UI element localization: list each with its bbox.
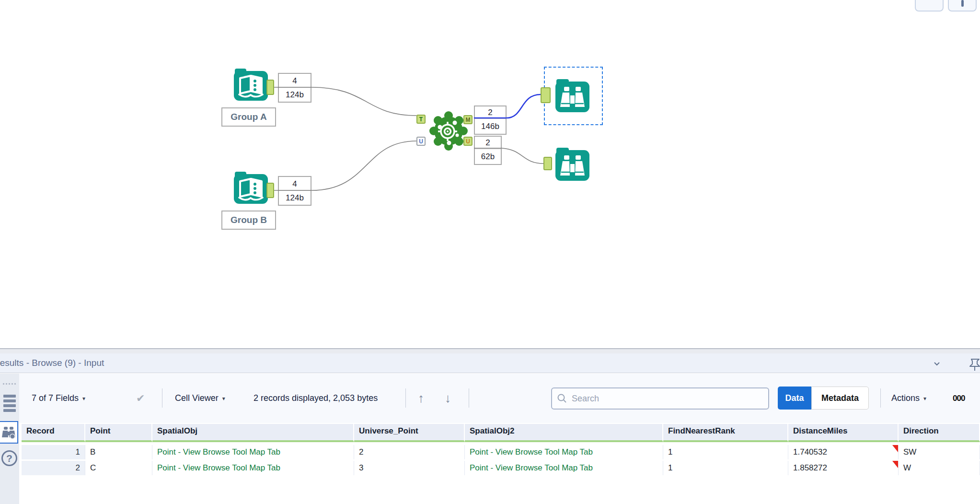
results-panel-header: Results - Browse (9) - Input — [0, 353, 980, 373]
record-badge-u-output[interactable]: 2 62b — [474, 136, 502, 165]
browse-tool-1[interactable] — [554, 77, 591, 115]
annotation-text: Group B — [231, 215, 267, 225]
cell-viewer-label: Cell Viewer — [175, 393, 219, 403]
cell-spatialobj-link[interactable]: Point - View Browse Tool Map Tab — [152, 445, 354, 459]
input-data-icon — [233, 169, 269, 205]
output-anchor-u[interactable]: U — [463, 137, 473, 146]
cell-annotation-flag — [892, 461, 898, 468]
output-anchor-group-a[interactable] — [266, 80, 274, 95]
canvas-toolbar-button-2[interactable] — [948, 0, 977, 12]
cell-annotation-flag — [892, 445, 898, 452]
fields-dropdown[interactable]: 7 of 7 Fields ▾ — [32, 374, 85, 423]
grid-body: 1 B Point - View Browse Tool Map Tab 2 P… — [22, 445, 980, 475]
cell-record: 1 — [22, 445, 85, 459]
cell-viewer-dropdown[interactable]: Cell Viewer ▾ — [175, 374, 225, 423]
cell-universe-point: 2 — [354, 445, 465, 459]
scroll-up-button[interactable]: ↑ — [418, 374, 424, 423]
canvas-toolbar-button-1[interactable] — [915, 0, 944, 12]
toolbar-divider — [162, 388, 162, 408]
collapse-panel-icon[interactable] — [931, 358, 943, 369]
tool-annotation-group-a[interactable]: Group A — [221, 107, 276, 127]
scroll-down-button[interactable]: ↓ — [445, 374, 451, 423]
tab-data-selected[interactable]: Data — [778, 387, 811, 410]
badge-record-count: 2 — [475, 137, 501, 149]
arrow-up-icon: ↑ — [418, 391, 424, 406]
cell-spatialobj2-link[interactable]: Point - View Browse Tool Map Tab — [465, 461, 663, 475]
column-header-distancemiles[interactable]: DistanceMiles — [788, 424, 899, 442]
actions-label: Actions — [891, 393, 920, 403]
record-badge-group-b[interactable]: 4 124b — [278, 176, 311, 206]
tool-annotation-group-b[interactable]: Group B — [221, 211, 276, 230]
column-header-spatialobj2[interactable]: SpatialObj2 — [465, 424, 663, 442]
column-header-universe-point[interactable]: Universe_Point — [354, 424, 465, 442]
panel-splitter[interactable] — [0, 348, 980, 353]
results-panel-body: ? 7 of 7 Fields ▾ ✔ Cell Viewer ▾ — [0, 374, 980, 504]
cell-spatialobj-link[interactable]: Point - View Browse Tool Map Tab — [152, 461, 354, 475]
whitespace-toggle[interactable]: 000 — [953, 374, 965, 423]
data-metadata-toggle: Data Metadata — [778, 387, 869, 410]
toolbar-button-icon — [961, 0, 964, 7]
cell-point: C — [85, 461, 152, 475]
input-anchor-t[interactable]: T — [416, 115, 426, 124]
results-toolbar: 7 of 7 Fields ▾ ✔ Cell Viewer ▾ 2 record… — [19, 374, 980, 423]
workflow-canvas[interactable]: 4 124b Group A 4 124b Group B — [0, 0, 980, 348]
cell-direction: SW — [899, 445, 980, 459]
cell-findnearestrank: 1 — [663, 461, 788, 475]
results-grid-icon[interactable] — [2, 394, 17, 413]
column-header-point[interactable]: Point — [85, 424, 152, 442]
search-input[interactable] — [572, 394, 763, 404]
output-anchor-group-b[interactable] — [266, 183, 274, 198]
input-data-tool-group-a[interactable] — [233, 66, 269, 104]
cell-universe-point: 3 — [354, 461, 465, 475]
badge-size: 62b — [475, 149, 501, 164]
record-badge-m-output[interactable]: 2 146b — [474, 105, 507, 135]
cell-record: 2 — [22, 461, 85, 475]
column-header-direction[interactable]: Direction — [899, 424, 980, 442]
cell-point: B — [85, 445, 152, 459]
badge-size: 124b — [279, 191, 311, 205]
pin-panel-icon[interactable] — [968, 358, 980, 372]
anchor-letter: M — [466, 117, 471, 123]
find-nearest-icon — [429, 111, 468, 151]
output-anchor-m[interactable]: M — [463, 115, 473, 124]
arrow-down-icon: ↓ — [445, 391, 451, 406]
anchor-letter: T — [419, 116, 423, 123]
search-box[interactable] — [551, 387, 769, 410]
binoculars-icon — [1, 426, 16, 439]
find-nearest-tool[interactable] — [429, 111, 468, 152]
question-glyph: ? — [6, 453, 12, 464]
browse-results-tab-selected[interactable] — [0, 421, 18, 444]
table-row[interactable]: 1 B Point - View Browse Tool Map Tab 2 P… — [22, 445, 980, 459]
search-icon — [557, 393, 567, 404]
input-data-tool-group-b[interactable] — [233, 169, 269, 207]
help-icon[interactable]: ? — [1, 450, 17, 466]
annotation-text: Group A — [231, 112, 266, 122]
input-anchor-u[interactable]: U — [416, 137, 426, 146]
results-panel: Results - Browse (9) - Input — [0, 348, 980, 504]
column-header-record[interactable]: Record — [22, 424, 85, 442]
connections-layer — [0, 0, 980, 348]
fields-dropdown-label: 7 of 7 Fields — [32, 393, 79, 403]
browse-tool-2[interactable] — [554, 146, 591, 184]
column-header-findnearestrank[interactable]: FindNearestRank — [663, 424, 788, 442]
cell-direction: W — [899, 461, 980, 475]
browse-icon — [554, 146, 591, 182]
table-row[interactable]: 2 C Point - View Browse Tool Map Tab 3 P… — [22, 461, 980, 475]
column-header-spatialobj[interactable]: SpatialObj — [152, 424, 354, 442]
badge-size: 124b — [279, 88, 311, 102]
actions-dropdown[interactable]: Actions ▾ — [891, 374, 926, 423]
tab-metadata[interactable]: Metadata — [811, 387, 869, 410]
record-badge-group-a[interactable]: 4 124b — [278, 73, 311, 103]
apply-check-icon[interactable]: ✔ — [136, 374, 145, 423]
input-anchor-browse-1[interactable] — [541, 87, 551, 103]
cell-distancemiles: 1.740532 — [788, 445, 899, 459]
input-data-icon — [233, 66, 269, 102]
panel-drag-handle[interactable] — [3, 383, 16, 385]
toolbar-divider — [880, 388, 881, 408]
results-panel-title: Results - Browse (9) - Input — [0, 358, 104, 368]
input-anchor-browse-2[interactable] — [543, 157, 552, 170]
toolbar-divider — [405, 388, 406, 408]
badge-size: 146b — [475, 119, 506, 134]
cell-spatialobj2-link[interactable]: Point - View Browse Tool Map Tab — [465, 445, 663, 459]
results-main: 7 of 7 Fields ▾ ✔ Cell Viewer ▾ 2 record… — [19, 374, 980, 504]
